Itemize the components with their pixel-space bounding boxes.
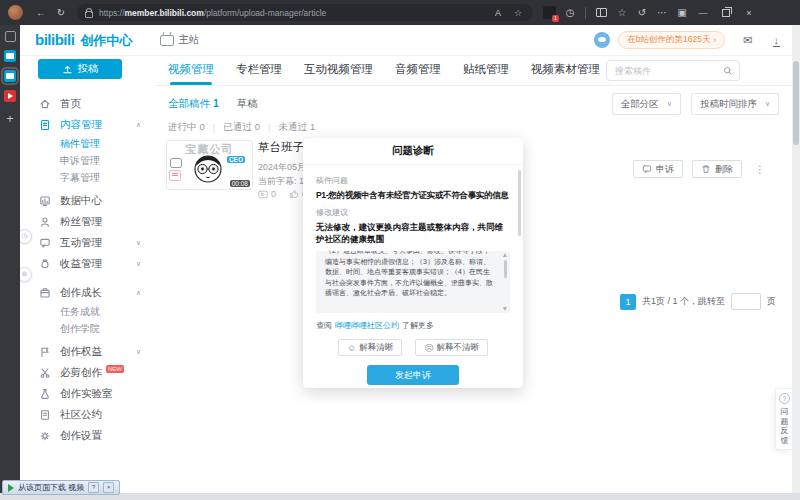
video-subtitle-info: 当前字幕: 1 ( xyxy=(258,175,310,188)
explanation-unclear-button[interactable]: ☹ 解释不清晰 xyxy=(415,339,488,356)
tab-search-icon[interactable] xyxy=(5,31,16,42)
split-screen-icon[interactable] xyxy=(596,8,607,17)
sidebar-item-post-management[interactable]: 稿件管理 xyxy=(20,135,155,152)
pagination-info: 共1页 / 1 个，跳转至 xyxy=(642,295,725,308)
upload-button[interactable]: 投稿 xyxy=(38,59,122,79)
browser-tab-bilibili-active[interactable] xyxy=(4,70,16,82)
delete-button[interactable]: 删除 xyxy=(692,160,742,178)
flag-icon xyxy=(38,345,51,358)
browser-tab-video-site[interactable] xyxy=(4,90,16,102)
search-box[interactable] xyxy=(606,60,740,81)
sidebar-item-income-management[interactable]: 收益管理 ∨ xyxy=(20,253,155,274)
main-site-link[interactable]: 主站 xyxy=(160,33,199,47)
new-badge: NEW xyxy=(106,365,124,373)
explanation-clear-button[interactable]: ☺ 解释清晰 xyxy=(338,339,402,356)
main-site-label: 主站 xyxy=(178,33,199,47)
sidebar-item-community-convention[interactable]: 社区公约 xyxy=(20,404,155,425)
policy-quote-box[interactable]: （2）通过断章取义、夸大事由、篡改、误导等手段，编造与事实相悖的虚假信息；（3）… xyxy=(316,251,510,313)
advice-text: 无法修改，建议更换内容主题或整体内容，共同维护社区的健康氛围 xyxy=(316,221,510,245)
days-text: 在b站创作的第1625天 xyxy=(627,34,710,46)
sidebar-item-creator-academy[interactable]: 创作学院 xyxy=(20,320,155,337)
app-root: ← ↻ https://member.bilibili.com/platform… xyxy=(0,0,800,500)
scroll-thumb[interactable] xyxy=(504,260,507,278)
page-scroll-thumb[interactable] xyxy=(793,61,799,145)
sidebar-item-creator-growth[interactable]: 创作成长 ∧ xyxy=(20,282,155,303)
tab-audio-management[interactable]: 音频管理 xyxy=(395,55,441,85)
sidebar-item-interaction-management[interactable]: 互动管理 ∨ xyxy=(20,232,155,253)
bookmark-star-icon[interactable]: ☆ xyxy=(511,8,525,18)
restore-window-button[interactable] xyxy=(722,9,730,17)
modal-scrollbar[interactable] xyxy=(517,166,522,385)
chevron-up-icon: ∧ xyxy=(136,121,141,129)
extension-icon[interactable]: 1 xyxy=(543,6,556,19)
address-bar[interactable]: https://member.bilibili.com/platform/upl… xyxy=(77,4,533,21)
new-tab-button[interactable]: + xyxy=(6,112,13,126)
browser-tab-bilibili-1[interactable] xyxy=(4,50,16,62)
thumbnail-cartoon-face xyxy=(191,150,225,186)
recent-history-icon[interactable]: ↺ xyxy=(632,7,652,18)
sidebar-item-task-achievement[interactable]: 任务成就 xyxy=(20,303,155,320)
search-input[interactable] xyxy=(613,65,723,77)
trash-icon xyxy=(701,164,711,174)
sidebar-item-fans-management[interactable]: 粉丝管理 xyxy=(20,211,155,232)
jump-page-input[interactable] xyxy=(731,293,761,310)
status-rejected[interactable]: 未通过1 xyxy=(279,121,316,134)
more-menu-icon[interactable]: ⋯ xyxy=(652,7,672,18)
zone-dropdown[interactable]: 全部分区 ∨ xyxy=(612,93,681,115)
browser-profile-avatar[interactable] xyxy=(8,5,23,20)
refresh-icon[interactable]: ↻ xyxy=(51,7,71,18)
scroll-up-arrow-icon[interactable] xyxy=(503,253,507,257)
sidebar-item-home[interactable]: 首页 xyxy=(20,93,155,114)
extension-help-button[interactable]: ? xyxy=(88,482,99,493)
page-1-button[interactable]: 1 xyxy=(620,294,636,310)
page-scrollbar[interactable] xyxy=(792,25,800,493)
back-icon[interactable]: ← xyxy=(31,7,51,18)
extension-close-button[interactable]: × xyxy=(103,482,114,493)
start-appeal-button[interactable]: 发起申诉 xyxy=(367,365,459,385)
feedback-side-tab[interactable]: ? 问题反馈 xyxy=(775,388,793,450)
filter-all-posts[interactable]: 全部稿件1 xyxy=(168,97,219,111)
green-play-icon xyxy=(8,484,14,492)
sidebar-item-subtitle-management[interactable]: 字幕管理 xyxy=(20,169,155,186)
creation-days-badge[interactable]: 在b站创作的第1625天 › xyxy=(618,31,725,49)
sidebar-item-creator-lab[interactable]: 创作实验室 xyxy=(20,383,155,404)
bilibili-logo[interactable]: bilibili 创作中心 xyxy=(35,31,132,50)
sidebar-item-appeal-management[interactable]: 申诉管理 xyxy=(20,152,155,169)
close-window-button[interactable]: × xyxy=(738,8,760,18)
mail-icon[interactable]: ✉ xyxy=(743,34,752,47)
download-extension-bar[interactable]: 从该页面下载 视频 ? × xyxy=(2,480,120,495)
sidebar-item-bijian-creation[interactable]: 必剪创作 NEW xyxy=(20,362,155,383)
modal-scroll-thumb[interactable] xyxy=(518,170,521,236)
quote-scrollbar[interactable] xyxy=(502,252,508,312)
horizontal-scrollbar[interactable] xyxy=(0,493,800,500)
tab-sticker-management[interactable]: 贴纸管理 xyxy=(463,55,509,85)
minimize-button[interactable]: — xyxy=(692,8,714,18)
sidebar-item-data-center[interactable]: 数据中心 xyxy=(20,190,155,211)
pagination-unit: 页 xyxy=(767,295,776,308)
sidebar-item-content-management[interactable]: 内容管理 ∧ xyxy=(20,114,155,135)
tab-video-management[interactable]: 视频管理 xyxy=(168,55,214,85)
filter-draft[interactable]: 草稿 xyxy=(237,97,258,111)
video-thumbnail[interactable]: 宝藏公司 CEO 00:08 xyxy=(166,140,253,190)
duration-badge: 00:08 xyxy=(230,180,250,187)
chevron-down-icon: ∨ xyxy=(136,239,141,247)
tab-interactive-video-management[interactable]: 互动视频管理 xyxy=(304,55,373,85)
appeal-button[interactable]: 申诉 xyxy=(633,160,683,178)
sort-dropdown[interactable]: 投稿时间排序 ∨ xyxy=(691,93,779,115)
download-icon[interactable]: ↓ xyxy=(773,34,781,46)
status-in-progress[interactable]: 进行中0 xyxy=(168,121,205,134)
history-clock-icon[interactable]: ◷ xyxy=(560,7,580,18)
favorites-star-icon[interactable]: ☆ xyxy=(612,7,632,18)
user-avatar[interactable] xyxy=(594,32,610,48)
community-convention-link[interactable]: 哔哩哔哩社区公约 xyxy=(335,320,399,331)
sidebar-item-creator-settings[interactable]: 创作设置 xyxy=(20,425,155,446)
search-icon[interactable] xyxy=(723,66,733,76)
tab-video-material-management[interactable]: 视频素材管理 xyxy=(531,55,600,85)
scroll-down-arrow-icon[interactable] xyxy=(503,307,507,311)
translate-icon[interactable]: A xyxy=(491,8,505,18)
workspace-profile-icon[interactable]: ▣ xyxy=(672,7,692,18)
status-approved[interactable]: 已通过0 xyxy=(223,121,260,134)
tab-column-management[interactable]: 专栏管理 xyxy=(236,55,282,85)
more-actions-button[interactable]: ⋮ xyxy=(751,164,769,175)
sidebar-item-creator-rights[interactable]: 创作权益 ∨ xyxy=(20,341,155,362)
